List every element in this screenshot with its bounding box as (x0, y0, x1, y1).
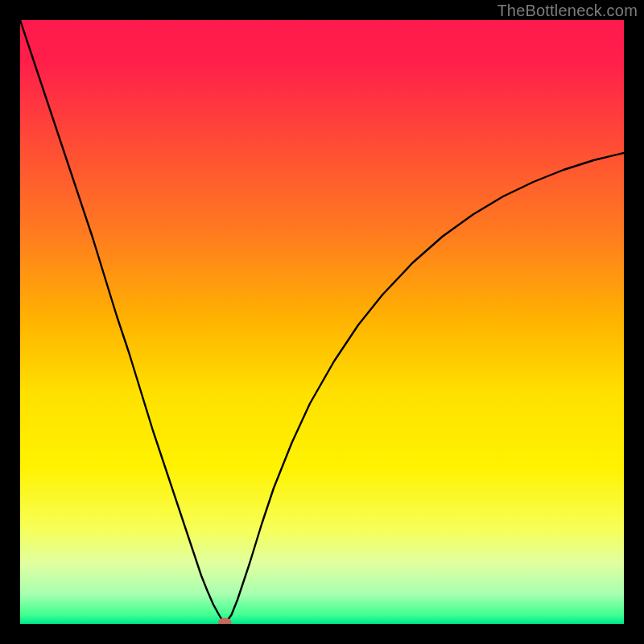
chart-frame: TheBottleneck.com (0, 0, 644, 644)
bottleneck-chart (20, 20, 624, 624)
chart-background (20, 20, 624, 624)
attribution-text: TheBottleneck.com (497, 2, 638, 20)
